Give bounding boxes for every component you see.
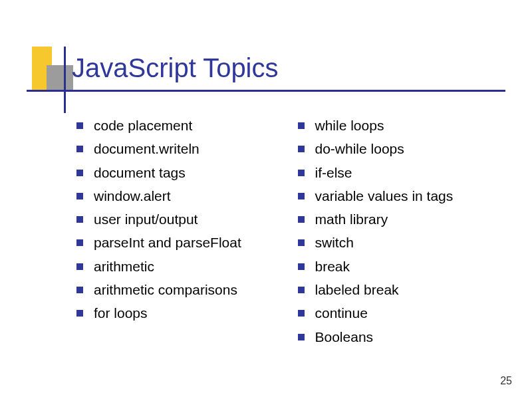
list-item: continue: [298, 304, 506, 322]
bullet-icon: [298, 170, 305, 176]
list-item: user input/output: [76, 210, 285, 228]
bullet-icon: [298, 122, 305, 129]
list-item: Booleans: [298, 328, 506, 346]
list-item-text: arithmetic comparisons: [94, 281, 237, 299]
list-item: document.writeln: [76, 140, 285, 158]
list-item: arithmetic comparisons: [76, 281, 285, 299]
list-item: labeled break: [298, 281, 506, 299]
bullet-icon: [76, 287, 83, 293]
list-item: for loops: [76, 304, 285, 322]
slide-title: JavaScript Topics: [72, 53, 279, 83]
bullet-icon: [76, 310, 83, 317]
list-item: break: [298, 257, 506, 275]
bullet-icon: [76, 239, 83, 246]
page-number: 25: [500, 375, 512, 387]
list-item-text: document tags: [94, 164, 186, 182]
list-item: arithmetic: [76, 257, 285, 275]
list-item-text: Booleans: [315, 328, 374, 346]
list-item-text: do-while loops: [315, 140, 404, 158]
list-item-text: parseInt and parseFloat: [94, 233, 241, 251]
bullet-icon: [76, 193, 83, 200]
list-item: while loops: [298, 116, 506, 134]
list-item: parseInt and parseFloat: [76, 233, 285, 251]
left-column: code placementdocument.writelndocument t…: [76, 116, 285, 351]
list-item-text: code placement: [94, 116, 192, 134]
list-item-text: labeled break: [315, 281, 399, 299]
list-item: code placement: [76, 116, 285, 134]
bullet-icon: [298, 216, 305, 223]
list-item-text: document.writeln: [94, 140, 200, 158]
bullet-icon: [76, 146, 83, 152]
list-item: if-else: [298, 164, 506, 182]
list-item-text: switch: [315, 233, 354, 251]
list-item-text: break: [315, 257, 350, 275]
list-item-text: math library: [315, 210, 388, 228]
horizontal-line: [27, 90, 505, 92]
bullet-icon: [76, 216, 83, 223]
list-item: switch: [298, 233, 506, 251]
gray-accent: [47, 65, 73, 92]
bullet-icon: [298, 310, 305, 317]
list-item: math library: [298, 210, 506, 228]
bullet-icon: [298, 263, 305, 270]
list-item: document tags: [76, 164, 285, 182]
list-item-text: variable values in tags: [315, 187, 454, 205]
list-item-text: user input/output: [94, 210, 198, 228]
list-item-text: if-else: [315, 164, 352, 182]
bullet-icon: [298, 193, 305, 200]
list-item: window.alert: [76, 187, 285, 205]
bullet-icon: [298, 239, 305, 246]
bullet-icon: [298, 287, 305, 293]
list-item-text: for loops: [94, 304, 148, 322]
bullet-icon: [76, 122, 83, 129]
list-item-text: continue: [315, 304, 368, 322]
list-item: do-while loops: [298, 140, 506, 158]
right-column: while loopsdo-while loopsif-elsevariable…: [298, 116, 506, 351]
list-item-text: arithmetic: [94, 257, 154, 275]
bullet-icon: [298, 334, 305, 340]
list-item: variable values in tags: [298, 187, 506, 205]
list-item-text: while loops: [315, 116, 384, 134]
bullet-icon: [298, 146, 305, 152]
bullet-icon: [76, 263, 83, 270]
slide-content: code placementdocument.writelndocument t…: [76, 116, 505, 351]
list-item-text: window.alert: [94, 187, 171, 205]
bullet-icon: [76, 170, 83, 176]
vertical-line: [64, 47, 66, 113]
